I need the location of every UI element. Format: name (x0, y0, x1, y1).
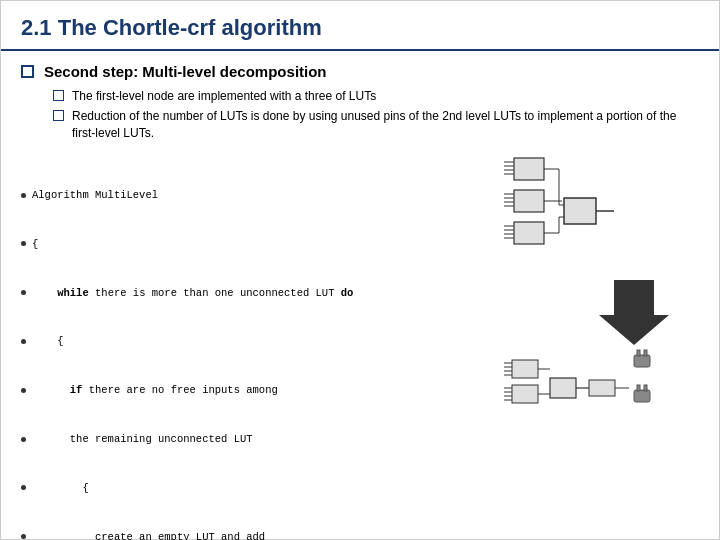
bullet-item-2: Reduction of the number of LUTs is done … (53, 108, 699, 142)
slide-content: Second step: Multi-level decomposition T… (1, 51, 719, 540)
svg-rect-42 (637, 350, 640, 356)
svg-rect-0 (514, 158, 544, 180)
svg-rect-39 (589, 380, 615, 396)
code-text-2: while there is more than one unconnected… (32, 285, 353, 301)
code-dot (21, 534, 26, 539)
code-text-3: { (32, 333, 64, 349)
code-line-0: Algorithm MultiLevel (21, 187, 489, 203)
svg-rect-6 (514, 190, 544, 212)
svg-rect-23 (564, 198, 596, 224)
bullet-text-2: Reduction of the number of LUTs is done … (72, 108, 699, 142)
code-text-0: Algorithm MultiLevel (32, 187, 158, 203)
svg-rect-37 (550, 378, 576, 398)
lut-diagram (504, 150, 694, 430)
code-section: Algorithm MultiLevel { while there is mo… (21, 150, 489, 540)
slide: 2.1 The Chortle-crf algorithm Second ste… (0, 0, 720, 540)
svg-rect-45 (637, 385, 640, 391)
code-text-1: { (32, 236, 38, 252)
bullet-item-1: The first-level node are implemented wit… (53, 88, 699, 105)
code-line-6: { (21, 480, 489, 496)
svg-rect-43 (644, 350, 647, 356)
bullet-checkbox-1 (53, 90, 64, 101)
bullet-points: The first-level node are implemented wit… (53, 88, 699, 144)
code-dot (21, 339, 26, 344)
code-text-5: the remaining unconnected LUT (32, 431, 253, 447)
code-dot (21, 241, 26, 246)
section-title-text: Second step: Multi-level decomposition (44, 63, 327, 80)
code-dot (21, 193, 26, 198)
code-text-7: create an empty LUT and add (32, 529, 265, 541)
diagram-section (499, 150, 699, 540)
code-block: Algorithm MultiLevel { while there is mo… (21, 154, 489, 540)
svg-rect-41 (634, 355, 650, 367)
svg-rect-12 (514, 222, 544, 244)
svg-rect-44 (634, 390, 650, 402)
code-text-4: if there are no free inputs among (32, 382, 278, 398)
svg-rect-31 (512, 385, 538, 403)
code-dot (21, 485, 26, 490)
down-arrow (599, 280, 669, 345)
slide-title: 2.1 The Chortle-crf algorithm (21, 15, 699, 41)
bullet-checkbox-2 (53, 110, 64, 121)
code-line-3: { (21, 333, 489, 349)
slide-header: 2.1 The Chortle-crf algorithm (1, 1, 719, 51)
code-dot (21, 388, 26, 393)
code-line-2: while there is more than one unconnected… (21, 285, 489, 301)
code-line-1: { (21, 236, 489, 252)
code-line-7: create an empty LUT and add (21, 529, 489, 541)
main-area: Algorithm MultiLevel { while there is mo… (21, 150, 699, 540)
section-title-row: Second step: Multi-level decomposition (21, 63, 699, 80)
svg-rect-46 (644, 385, 647, 391)
section-checkbox (21, 65, 34, 78)
code-dot (21, 437, 26, 442)
code-line-5: the remaining unconnected LUT (21, 431, 489, 447)
code-line-4: if there are no free inputs among (21, 382, 489, 398)
code-text-6: { (32, 480, 89, 496)
code-dot (21, 290, 26, 295)
bullet-text-1: The first-level node are implemented wit… (72, 88, 376, 105)
svg-rect-25 (512, 360, 538, 378)
